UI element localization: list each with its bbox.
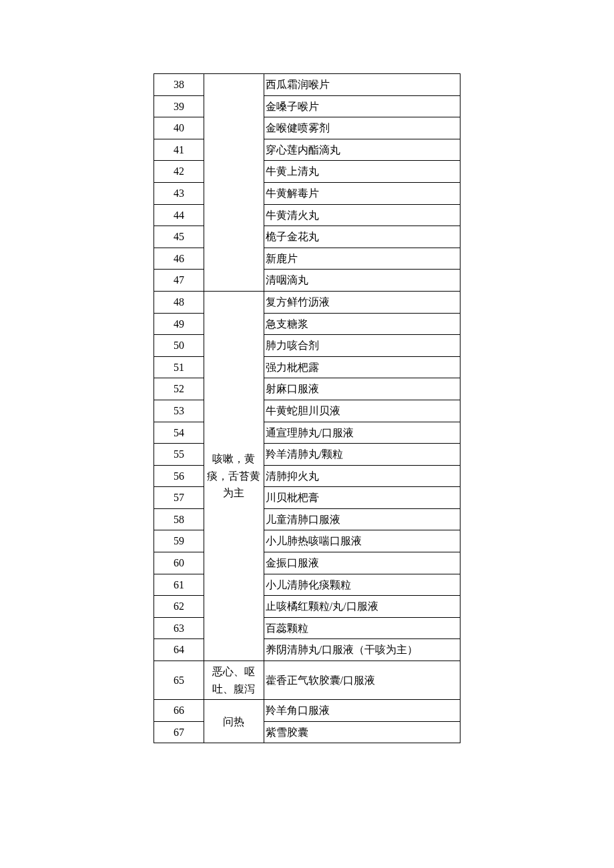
row-number: 51 [154, 356, 204, 378]
row-number: 53 [154, 400, 204, 422]
medicine-name: 牛黄清火丸 [264, 204, 460, 226]
medicine-name: 西瓜霜润喉片 [264, 74, 460, 96]
medicine-name: 止咳橘红颗粒/丸/口服液 [264, 596, 460, 618]
medicine-table: 38西瓜霜润喉片39金嗓子喉片40金喉健喷雾剂41穿心莲内酯滴丸42牛黄上清丸4… [154, 73, 460, 743]
row-number: 41 [154, 139, 204, 161]
medicine-name: 清肺抑火丸 [264, 465, 460, 487]
row-number: 59 [154, 530, 204, 552]
table-row: 60金振口服液 [154, 552, 460, 574]
table-row: 65恶心、呕吐、腹泻藿香正气软胶囊/口服液 [154, 661, 460, 700]
medicine-name: 百蕊颗粒 [264, 617, 460, 639]
medicine-name: 金振口服液 [264, 552, 460, 574]
row-number: 64 [154, 639, 204, 661]
row-number: 61 [154, 574, 204, 596]
medicine-name: 桅子金花丸 [264, 226, 460, 248]
medicine-name: 小儿肺热咳喘口服液 [264, 530, 460, 552]
medicine-name: 紫雪胶囊 [264, 721, 460, 743]
category-cell: 恶心、呕吐、腹泻 [204, 661, 264, 700]
row-number: 46 [154, 248, 204, 270]
table-row: 64养阴清肺丸/口服液（干咳为主） [154, 639, 460, 661]
table-row: 38西瓜霜润喉片 [154, 74, 460, 96]
row-number: 57 [154, 487, 204, 509]
medicine-name: 牛黄解毒片 [264, 182, 460, 204]
row-number: 44 [154, 204, 204, 226]
medicine-name: 金喉健喷雾剂 [264, 117, 460, 139]
row-number: 47 [154, 270, 204, 292]
table-row: 59小儿肺热咳喘口服液 [154, 530, 460, 552]
medicine-name: 金嗓子喉片 [264, 95, 460, 117]
row-number: 55 [154, 444, 204, 466]
table-row: 42牛黄上清丸 [154, 161, 460, 183]
category-cell [204, 74, 264, 292]
row-number: 50 [154, 335, 204, 357]
row-number: 60 [154, 552, 204, 574]
table-row: 53牛黄蛇胆川贝液 [154, 400, 460, 422]
row-number: 45 [154, 226, 204, 248]
table-row: 54通宣理肺丸/口服液 [154, 422, 460, 444]
row-number: 38 [154, 74, 204, 96]
table-row: 41穿心莲内酯滴丸 [154, 139, 460, 161]
medicine-name: 复方鲜竹沥液 [264, 291, 460, 313]
row-number: 62 [154, 596, 204, 618]
medicine-name: 清咽滴丸 [264, 270, 460, 292]
table-row: 51强力枇杷露 [154, 356, 460, 378]
table-row: 63百蕊颗粒 [154, 617, 460, 639]
row-number: 39 [154, 95, 204, 117]
row-number: 52 [154, 378, 204, 400]
table-row: 50肺力咳合剂 [154, 335, 460, 357]
table-row: 61小儿清肺化痰颗粒 [154, 574, 460, 596]
table-row: 67紫雪胶囊 [154, 721, 460, 743]
medicine-name: 新鹿片 [264, 248, 460, 270]
medicine-name: 小儿清肺化痰颗粒 [264, 574, 460, 596]
row-number: 66 [154, 700, 204, 722]
row-number: 58 [154, 508, 204, 530]
table-row: 62止咳橘红颗粒/丸/口服液 [154, 596, 460, 618]
medicine-name: 强力枇杷露 [264, 356, 460, 378]
table-row: 46新鹿片 [154, 248, 460, 270]
row-number: 54 [154, 422, 204, 444]
table-row: 58儿童清肺口服液 [154, 508, 460, 530]
table-row: 39金嗓子喉片 [154, 95, 460, 117]
table-row: 44牛黄清火丸 [154, 204, 460, 226]
table-row: 55羚羊清肺丸/颗粒 [154, 444, 460, 466]
category-cell: 咳嗽，黄痰，舌苔黄为主 [204, 291, 264, 661]
row-number: 48 [154, 291, 204, 313]
medicine-name: 通宣理肺丸/口服液 [264, 422, 460, 444]
medicine-name: 羚羊角口服液 [264, 700, 460, 722]
table-row: 66问热羚羊角口服液 [154, 700, 460, 722]
medicine-name: 羚羊清肺丸/颗粒 [264, 444, 460, 466]
table-row: 45桅子金花丸 [154, 226, 460, 248]
table-row: 40金喉健喷雾剂 [154, 117, 460, 139]
medicine-name: 穿心莲内酯滴丸 [264, 139, 460, 161]
row-number: 56 [154, 465, 204, 487]
medicine-name: 川贝枇杷膏 [264, 487, 460, 509]
category-cell: 问热 [204, 700, 264, 743]
medicine-name: 养阴清肺丸/口服液（干咳为主） [264, 639, 460, 661]
table-row: 49急支糖浆 [154, 313, 460, 335]
row-number: 49 [154, 313, 204, 335]
table-row: 57川贝枇杷膏 [154, 487, 460, 509]
table-row: 43牛黄解毒片 [154, 182, 460, 204]
row-number: 67 [154, 721, 204, 743]
medicine-name: 牛黄上清丸 [264, 161, 460, 183]
table-row: 47清咽滴丸 [154, 270, 460, 292]
row-number: 42 [154, 161, 204, 183]
medicine-name: 射麻口服液 [264, 378, 460, 400]
row-number: 40 [154, 117, 204, 139]
medicine-name: 牛黄蛇胆川贝液 [264, 400, 460, 422]
row-number: 43 [154, 182, 204, 204]
medicine-name: 急支糖浆 [264, 313, 460, 335]
table-row: 52射麻口服液 [154, 378, 460, 400]
medicine-name: 肺力咳合剂 [264, 335, 460, 357]
medicine-name: 儿童清肺口服液 [264, 508, 460, 530]
row-number: 65 [154, 661, 204, 700]
table-row: 48咳嗽，黄痰，舌苔黄为主复方鲜竹沥液 [154, 291, 460, 313]
row-number: 63 [154, 617, 204, 639]
table-row: 56清肺抑火丸 [154, 465, 460, 487]
medicine-name: 藿香正气软胶囊/口服液 [264, 661, 460, 700]
